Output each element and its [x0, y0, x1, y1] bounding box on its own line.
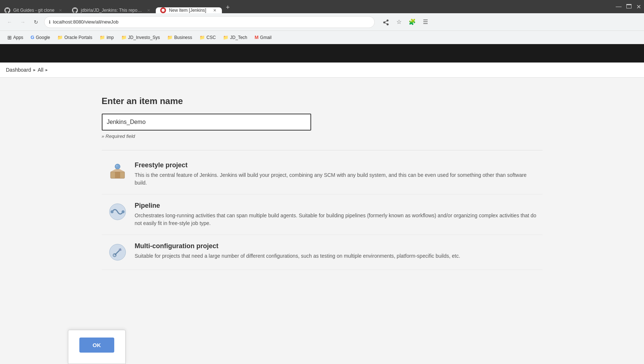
github-icon [4, 7, 10, 13]
address-bar-actions: ☆ 🧩 ☰ [381, 17, 431, 27]
tab-jdbirla[interactable]: jdbirla/JD_Jenkins: This repositor... ✕ [68, 7, 156, 13]
bookmark-jd-investo[interactable]: 📁 JD_Investo_Sys [118, 33, 163, 42]
bookmark-apps-label: Apps [13, 35, 23, 40]
pipeline-project-name: Pipeline [135, 202, 537, 210]
bookmark-jd-investo-label: JD_Investo_Sys [128, 35, 160, 40]
freestyle-project-desc: This is the central feature of Jenkins. … [135, 171, 537, 187]
tab-new-item[interactable]: New Item [Jenkins] ✕ [156, 7, 222, 13]
extensions-icon[interactable]: 🧩 [407, 17, 417, 27]
bookmark-imp-label: imp [107, 35, 114, 40]
forward-button[interactable]: → [18, 17, 28, 27]
tab-git-guides[interactable]: Git Guides - git clone ✕ [0, 7, 68, 13]
page-heading: Enter an item name [102, 96, 543, 106]
svg-point-5 [116, 165, 118, 167]
address-bar[interactable]: ℹ localhost:8080/view/all/newJob [44, 16, 375, 28]
bookmark-imp[interactable]: 📁 imp [97, 33, 116, 42]
freestyle-project-name: Freestyle project [135, 161, 537, 169]
jd-investo-folder-icon: 📁 [121, 35, 127, 40]
svg-rect-3 [115, 172, 120, 178]
bookmark-oracle[interactable]: 📁 Oracle Portals [54, 33, 95, 42]
bookmark-csc[interactable]: 📁 CSC [197, 33, 219, 42]
bookmark-jd-tech-label: JD_Tech [230, 35, 247, 40]
bookmark-google-label: Google [36, 35, 50, 40]
bookmark-star-icon[interactable]: ☆ [394, 17, 404, 27]
bookmark-business-label: Business [174, 35, 192, 40]
breadcrumb-sep-1: ▸ [33, 67, 36, 72]
close-window-icon[interactable]: ✕ [636, 3, 641, 10]
jenkins-favicon [160, 7, 166, 13]
pipeline-project-desc: Orchestrates long-running activities tha… [135, 212, 537, 227]
address-text: localhost:8080/view/all/newJob [53, 19, 370, 25]
pipeline-project-item[interactable]: Pipeline Orchestrates long-running activ… [102, 195, 543, 235]
pipeline-project-icon [108, 202, 127, 222]
bookmark-jd-tech[interactable]: 📁 JD_Tech [220, 33, 250, 42]
freestyle-project-item[interactable]: Freestyle project This is the central fe… [102, 154, 543, 195]
maximize-icon[interactable]: 🗖 [626, 3, 632, 10]
new-tab-button[interactable]: + [222, 1, 234, 13]
multi-config-project-icon [108, 242, 127, 262]
csc-folder-icon: 📁 [199, 35, 205, 40]
browser-frame: Git Guides - git clone ✕ jdbirla/JD_Jenk… [0, 0, 644, 364]
freestyle-project-icon [108, 161, 127, 181]
imp-folder-icon: 📁 [100, 35, 105, 40]
bookmarks-bar: ⊞ Apps G Google 📁 Oracle Portals 📁 imp 📁… [0, 31, 644, 44]
new-item-panel: Enter an item name » Required field [102, 89, 543, 274]
share-icon[interactable] [381, 17, 391, 27]
bookmark-csc-label: CSC [206, 35, 216, 40]
ok-popup: OK [68, 330, 126, 364]
google-icon: G [30, 35, 34, 40]
github-icon-2 [72, 7, 78, 13]
item-name-section: Enter an item name » Required field [102, 89, 543, 150]
tab-git-guides-close[interactable]: ✕ [57, 7, 63, 13]
multi-config-project-desc: Suitable for projects that need a large … [135, 252, 537, 260]
ok-button[interactable]: OK [79, 338, 114, 353]
item-name-input[interactable] [102, 114, 311, 131]
project-types-list: Freestyle project This is the central fe… [102, 150, 543, 274]
bookmark-gmail[interactable]: M Gmail [252, 33, 274, 42]
breadcrumb-bar: Dashboard ▸ All ▸ [0, 63, 644, 78]
breadcrumb-all[interactable]: All [38, 67, 44, 73]
tab-git-guides-title: Git Guides - git clone [13, 8, 54, 13]
bookmark-apps[interactable]: ⊞ Apps [4, 33, 26, 42]
bookmark-google[interactable]: G Google [28, 33, 53, 42]
tab-new-item-close[interactable]: ✕ [212, 7, 217, 13]
apps-grid-icon: ⊞ [7, 35, 12, 40]
tab-jdbirla-title: jdbirla/JD_Jenkins: This repositor... [81, 8, 143, 13]
bookmark-oracle-label: Oracle Portals [64, 35, 92, 40]
main-content: Enter an item name » Required field [0, 78, 644, 364]
tabs-row: Git Guides - git clone ✕ jdbirla/JD_Jenk… [0, 0, 616, 13]
multi-config-project-info: Multi-configuration project Suitable for… [135, 242, 537, 260]
svg-point-4 [115, 164, 120, 169]
tab-new-item-title: New Item [Jenkins] [169, 8, 209, 13]
oracle-folder-icon: 📁 [57, 35, 63, 40]
title-bar: Git Guides - git clone ✕ jdbirla/JD_Jenk… [0, 0, 644, 13]
svg-point-7 [111, 210, 114, 213]
lock-icon: ℹ [49, 19, 51, 25]
tab-jdbirla-close[interactable]: ✕ [145, 7, 151, 13]
bookmark-gmail-label: Gmail [260, 35, 271, 40]
svg-point-8 [122, 210, 125, 213]
svg-point-0 [162, 9, 165, 12]
freestyle-project-info: Freestyle project This is the central fe… [135, 161, 537, 187]
title-bar-controls: — 🗖 ✕ [616, 0, 641, 13]
breadcrumb-dashboard[interactable]: Dashboard [6, 67, 31, 73]
required-field-text: » Required field [102, 133, 543, 139]
multi-config-project-name: Multi-configuration project [135, 242, 537, 250]
gmail-icon: M [255, 35, 259, 40]
multi-config-project-item[interactable]: Multi-configuration project Suitable for… [102, 235, 543, 270]
address-bar-row: ← → ↻ ℹ localhost:8080/view/all/newJob ☆… [0, 13, 644, 31]
business-folder-icon: 📁 [167, 35, 173, 40]
menu-icon[interactable]: ☰ [420, 17, 431, 27]
bookmark-business[interactable]: 📁 Business [164, 33, 195, 42]
back-button[interactable]: ← [4, 17, 15, 27]
pipeline-project-info: Pipeline Orchestrates long-running activ… [135, 202, 537, 227]
breadcrumb-sep-2: ▸ [46, 67, 48, 72]
minimize-icon[interactable]: — [616, 3, 622, 10]
reload-button[interactable]: ↻ [31, 17, 41, 27]
jd-tech-folder-icon: 📁 [223, 35, 229, 40]
jenkins-header [0, 44, 644, 63]
